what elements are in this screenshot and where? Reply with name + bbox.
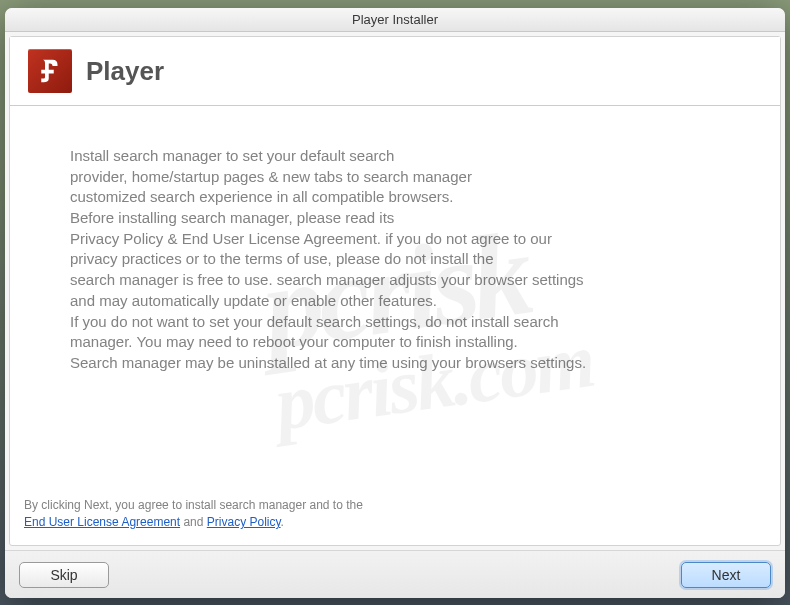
header: Player: [10, 37, 780, 106]
disclosure-text: Install search manager to set your defau…: [10, 106, 780, 487]
installer-window: Player Installer pcrisk pcrisk.com Playe…: [5, 8, 785, 598]
body-line: Privacy Policy & End User License Agreem…: [70, 229, 720, 250]
agreement-prefix: By clicking Next, you agree to install s…: [24, 498, 363, 512]
body-line: Install search manager to set your defau…: [70, 146, 720, 167]
body-line: customized search experience in all comp…: [70, 187, 720, 208]
body-line: Before installing search manager, please…: [70, 208, 720, 229]
agreement-period: .: [281, 515, 284, 529]
window-titlebar: Player Installer: [5, 8, 785, 32]
next-button[interactable]: Next: [681, 562, 771, 588]
footer: Skip Next: [5, 550, 785, 598]
eula-link[interactable]: End User License Agreement: [24, 515, 180, 529]
body-line: manager. You may need to reboot your com…: [70, 332, 720, 353]
body-line: search manager is free to use. search ma…: [70, 270, 720, 291]
agreement-text: By clicking Next, you agree to install s…: [10, 487, 780, 545]
body-line: Search manager may be uninstalled at any…: [70, 353, 720, 374]
body-line: privacy practices or to the terms of use…: [70, 249, 720, 270]
flash-player-icon: [28, 49, 72, 93]
body-line: and may automatically update or enable o…: [70, 291, 720, 312]
body-line: provider, home/startup pages & new tabs …: [70, 167, 720, 188]
privacy-policy-link[interactable]: Privacy Policy: [207, 515, 281, 529]
agreement-and: and: [180, 515, 207, 529]
body-line: If you do not want to set your default s…: [70, 312, 720, 333]
window-title: Player Installer: [352, 12, 438, 27]
skip-button[interactable]: Skip: [19, 562, 109, 588]
content-area: pcrisk pcrisk.com Player Install search …: [9, 36, 781, 546]
app-title: Player: [86, 56, 164, 87]
